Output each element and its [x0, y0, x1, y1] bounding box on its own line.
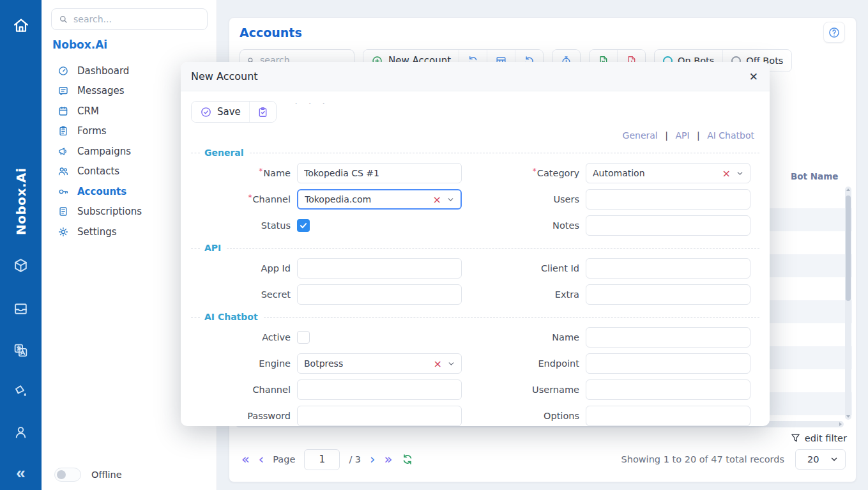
sidebar-item-label: Campaigns [77, 146, 131, 157]
active-checkbox[interactable] [297, 331, 310, 344]
status-label: Status [191, 220, 297, 231]
tab-general[interactable]: General [623, 130, 658, 141]
reload-table-button[interactable] [401, 453, 414, 466]
sidebar-item-label: Forms [77, 125, 107, 137]
username-field: Username [480, 379, 759, 400]
cube-icon[interactable] [0, 252, 42, 278]
engine-field: Engine Botpress × [191, 353, 471, 374]
name-field: *Name [191, 163, 471, 183]
scroll-down-arrow-icon[interactable] [846, 415, 850, 418]
chevron-down-icon[interactable] [446, 195, 455, 204]
offline-toggle[interactable] [54, 468, 81, 482]
section-general-title: General [204, 148, 250, 158]
scroll-right-arrow-icon[interactable] [839, 422, 842, 426]
new-account-modal: New Account ✕ Save · · · General | API |… [181, 62, 770, 426]
engine-value: Botpress [304, 358, 343, 369]
drag-dots: · · · [294, 98, 329, 110]
section-general: General [191, 146, 759, 159]
bot-name-input[interactable] [586, 327, 750, 348]
last-page-button[interactable]: » [385, 453, 393, 466]
sidebar-item-label: Contacts [77, 165, 119, 177]
save-button[interactable]: Save [192, 102, 250, 122]
tab-api[interactable]: API [675, 130, 689, 141]
translate-icon[interactable] [0, 337, 42, 363]
clear-icon[interactable]: × [722, 167, 731, 180]
prev-page-button[interactable]: ‹ [259, 453, 264, 466]
username-input[interactable] [586, 379, 750, 400]
gear-icon [57, 226, 69, 238]
clear-icon[interactable]: × [433, 194, 441, 206]
category-select[interactable]: Automation × [586, 163, 750, 183]
sidebar-item-label: Subscriptions [77, 206, 142, 217]
help-button[interactable] [823, 22, 845, 43]
dashed-rule [250, 153, 759, 153]
page-size-value: 20 [807, 454, 819, 464]
app-root: Nobox.Ai « Nobox.Ai [0, 0, 868, 490]
category-value: Automation [593, 168, 645, 178]
column-header-bot-name[interactable]: Bot Name [791, 171, 838, 181]
app-id-label: App Id [191, 263, 297, 273]
sidebar-search[interactable] [51, 8, 208, 30]
channel-select[interactable]: Tokopedia.com × [297, 189, 462, 210]
prev-page-glyph: ‹ [259, 452, 264, 467]
options-field: Options [480, 406, 759, 426]
inbox-tray-icon[interactable] [0, 296, 42, 321]
dashed-rule [191, 248, 200, 249]
users-input[interactable] [586, 189, 750, 210]
sidebar-item-label: Dashboard [77, 65, 129, 77]
channel-value: Tokopedia.com [305, 194, 371, 204]
form-row: App Id Client Id [191, 258, 759, 279]
status-checkbox[interactable] [297, 219, 310, 232]
records-summary: Showing 1 to 20 of 47 total records [621, 448, 785, 470]
form-row: Engine Botpress × Endpoint [191, 353, 759, 374]
app-id-input[interactable] [297, 258, 462, 279]
sidebar-item-label: Settings [77, 226, 117, 238]
edit-filter-link[interactable]: edit filter [790, 433, 847, 443]
vertical-scrollbar[interactable] [845, 187, 851, 420]
extra-input[interactable] [586, 284, 750, 305]
close-icon[interactable]: ✕ [749, 70, 758, 83]
page-size-select[interactable]: 20 [795, 449, 846, 470]
first-page-button[interactable]: « [241, 453, 250, 466]
sidebar-item-label: Accounts [77, 186, 126, 197]
bot-channel-field: Channel [191, 379, 471, 400]
extra-field: Extra [480, 284, 759, 305]
name-input[interactable] [297, 163, 462, 183]
password-field: Password [191, 406, 471, 426]
form-row: Secret Extra [191, 284, 759, 305]
page-label: Page [273, 454, 295, 464]
bot-channel-input[interactable] [297, 379, 462, 400]
user-icon[interactable] [0, 419, 42, 445]
chevron-down-icon[interactable] [736, 169, 744, 178]
clipboard-check-button[interactable] [250, 102, 276, 122]
options-input[interactable] [586, 406, 750, 426]
chevron-down-icon[interactable] [447, 360, 455, 368]
scroll-up-arrow-icon[interactable] [846, 188, 850, 191]
dashed-rule [264, 317, 759, 318]
client-id-input[interactable] [586, 258, 750, 279]
home-icon[interactable] [0, 13, 42, 38]
megaphone-icon [57, 146, 69, 157]
tab-ai-chatbot[interactable]: AI Chatbot [707, 130, 754, 141]
active-field: Active [191, 327, 471, 348]
engine-select[interactable]: Botpress × [297, 353, 462, 374]
page-number-input[interactable] [304, 449, 340, 470]
notes-input[interactable] [586, 215, 750, 236]
notes-field: Notes [480, 215, 759, 236]
password-input[interactable] [297, 406, 462, 426]
collapse-sidebar-icon[interactable]: « [0, 460, 42, 486]
endpoint-input[interactable] [586, 353, 750, 374]
form-row: Active Name [191, 327, 759, 348]
paint-bucket-icon[interactable] [0, 378, 42, 404]
users-label: Users [480, 194, 586, 204]
form-row: Password Options [191, 406, 759, 426]
sidebar-search-input[interactable] [73, 14, 201, 24]
secret-input[interactable] [297, 284, 462, 305]
question-icon [828, 26, 841, 39]
clear-icon[interactable]: × [434, 358, 442, 370]
calendar-icon [57, 105, 69, 117]
next-page-button[interactable]: › [370, 453, 375, 466]
section-ai-chatbot: AI Chatbot [191, 310, 759, 323]
vertical-scrollbar-thumb[interactable] [846, 195, 851, 301]
bot-name-label: Name [480, 332, 586, 342]
